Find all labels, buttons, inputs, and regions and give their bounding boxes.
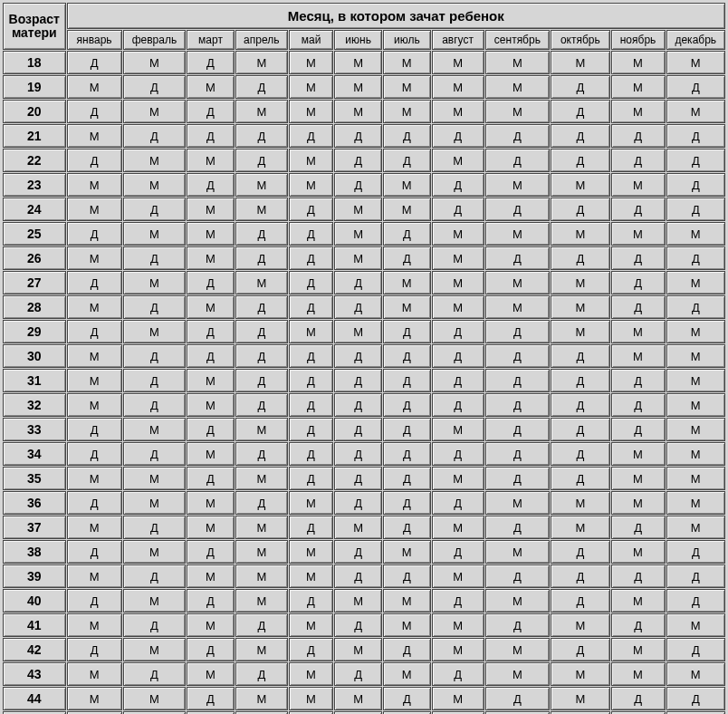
data-cell: М — [67, 613, 122, 637]
data-cell: М — [551, 516, 609, 539]
data-cell: М — [666, 393, 725, 417]
age-cell: 19 — [3, 75, 66, 99]
data-cell: М — [432, 100, 484, 123]
data-cell: М — [123, 418, 187, 441]
data-cell: М — [432, 418, 484, 441]
table-row: 19МДМДМММММДМД — [3, 75, 725, 99]
data-cell: М — [235, 418, 288, 441]
data-cell: Д — [334, 344, 382, 368]
table-row: 34ДДМДДДДДДДММ — [3, 442, 725, 466]
data-cell: М — [432, 51, 484, 74]
data-cell: Д — [551, 589, 609, 613]
data-cell: М — [432, 516, 484, 539]
data-cell: Д — [432, 589, 484, 613]
data-cell: М — [67, 344, 122, 368]
data-cell: Д — [551, 124, 609, 148]
table-row: 22ДММДМДДМДДДД — [3, 149, 725, 172]
data-cell: М — [666, 51, 725, 74]
age-cell: 36 — [3, 491, 66, 515]
data-cell: Д — [334, 613, 382, 637]
data-cell: Д — [485, 320, 551, 343]
data-cell: Д — [551, 393, 609, 417]
data-cell: Д — [551, 418, 609, 441]
data-cell: М — [334, 51, 382, 74]
data-cell: Д — [485, 344, 551, 368]
data-cell: Д — [383, 149, 431, 172]
age-cell: 35 — [3, 467, 66, 490]
data-cell: Д — [432, 540, 484, 564]
data-cell: М — [383, 662, 431, 686]
data-cell: Д — [334, 369, 382, 392]
data-cell: М — [235, 198, 288, 221]
data-cell: М — [485, 638, 551, 661]
data-cell: М — [235, 467, 288, 490]
data-cell: М — [235, 564, 288, 588]
age-cell: 28 — [3, 295, 66, 319]
data-cell: Д — [611, 393, 666, 417]
data-cell: М — [485, 173, 551, 197]
data-cell: М — [666, 344, 725, 368]
data-cell: Д — [334, 393, 382, 417]
data-cell: М — [611, 320, 666, 343]
data-cell: Д — [334, 173, 382, 197]
data-cell: М — [666, 320, 725, 343]
table-row: 44ММДМММДМДМДД — [3, 687, 725, 710]
data-cell: М — [485, 222, 551, 246]
data-cell: Д — [485, 564, 551, 588]
data-cell: Д — [334, 418, 382, 441]
data-cell: Д — [187, 100, 235, 123]
data-cell: М — [334, 100, 382, 123]
data-cell: Д — [383, 222, 431, 246]
data-cell: Д — [432, 442, 484, 466]
data-cell: Д — [432, 173, 484, 197]
data-cell: Д — [485, 516, 551, 539]
data-cell: М — [485, 75, 551, 99]
age-cell: 42 — [3, 638, 66, 661]
data-cell: Д — [67, 51, 122, 74]
data-cell: Д — [485, 149, 551, 172]
data-cell: Д — [334, 442, 382, 466]
data-cell: М — [67, 662, 122, 686]
data-cell: Д — [432, 662, 484, 686]
data-cell: М — [432, 271, 484, 294]
data-cell: Д — [334, 467, 382, 490]
data-cell: М — [485, 100, 551, 123]
data-cell: М — [123, 149, 187, 172]
data-cell: М — [187, 442, 235, 466]
data-cell: Д — [432, 393, 484, 417]
data-cell: Д — [187, 344, 235, 368]
age-cell: 20 — [3, 100, 66, 123]
data-cell: Д — [67, 442, 122, 466]
data-cell: М — [485, 589, 551, 613]
data-cell: Д — [235, 75, 288, 99]
data-cell: М — [432, 467, 484, 490]
data-cell: М — [383, 100, 431, 123]
data-cell: М — [551, 271, 609, 294]
data-cell: М — [334, 589, 382, 613]
data-cell: Д — [383, 491, 431, 515]
data-cell: Д — [67, 320, 122, 343]
data-cell: М — [666, 442, 725, 466]
data-cell: М — [551, 491, 609, 515]
data-cell: Д — [289, 222, 334, 246]
data-cell: М — [551, 687, 609, 710]
data-cell: Д — [383, 124, 431, 148]
table-row: 18ДМДМММММММММ — [3, 51, 725, 74]
data-cell: Д — [551, 467, 609, 490]
data-cell: Д — [187, 687, 235, 710]
data-cell: М — [485, 491, 551, 515]
data-cell: М — [611, 51, 666, 74]
table-row: 39МДМММДДМДДДД — [3, 564, 725, 588]
age-cell: 32 — [3, 393, 66, 417]
data-cell: М — [383, 198, 431, 221]
data-cell: Д — [334, 564, 382, 588]
month-header-1: январь — [67, 30, 122, 50]
data-cell: Д — [611, 564, 666, 588]
data-cell: М — [666, 491, 725, 515]
data-cell: М — [123, 173, 187, 197]
age-cell: 21 — [3, 124, 66, 148]
month-header-3: март — [187, 30, 235, 50]
data-cell: М — [187, 75, 235, 99]
data-cell: Д — [187, 271, 235, 294]
data-cell: М — [383, 589, 431, 613]
